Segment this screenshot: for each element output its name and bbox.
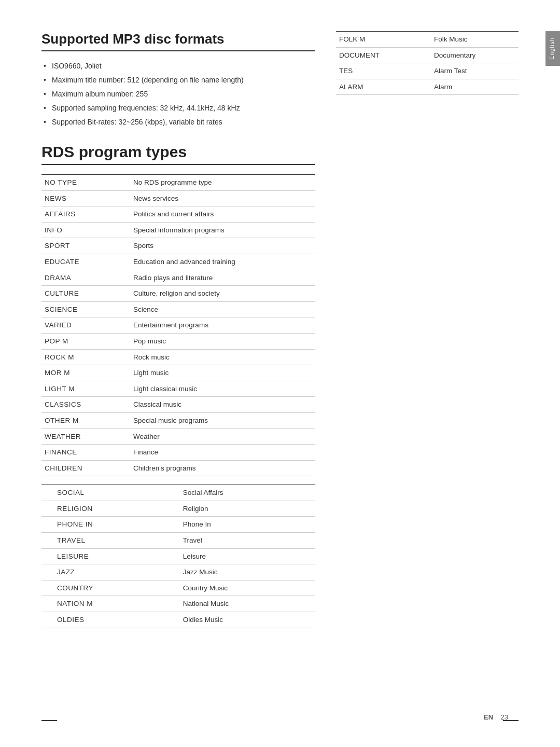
prog-desc: Politics and current affairs <box>130 206 315 223</box>
prog-desc: News services <box>130 190 315 206</box>
left-column: Supported MP3 disc formats ISO9660, Joli… <box>41 31 315 628</box>
prog-desc: Finance <box>130 445 315 461</box>
table-row: INFOSpecial information programs <box>41 222 315 238</box>
prog-desc: Phone In <box>167 517 315 533</box>
two-col-layout: Supported MP3 disc formats ISO9660, Joli… <box>41 31 519 628</box>
table-row: TRAVELTravel <box>41 533 315 549</box>
prog-desc: Entertainment programs <box>130 317 315 334</box>
prog-desc: Oldies Music <box>167 612 315 628</box>
prog-desc: Education and advanced training <box>130 254 315 270</box>
prog-code: LEISURE <box>41 548 167 564</box>
prog-code: CHILDREN <box>41 460 130 476</box>
table-row: SOCIALSocial Affairs <box>41 485 315 501</box>
prog-desc: Science <box>130 301 315 317</box>
table-row: MOR MLight music <box>41 365 315 381</box>
table-row: DOCUMENTDocumentary <box>336 47 519 63</box>
prog-desc: Light classical music <box>130 381 315 397</box>
footer-lang: EN <box>484 713 493 721</box>
mp3-bullet-list: ISO9660, Joliet Maximum title number: 51… <box>41 61 315 128</box>
table-row: CHILDRENChildren's programs <box>41 460 315 476</box>
table-row: ALARMAlarm <box>336 79 519 95</box>
prog-code: EDUCATE <box>41 254 130 270</box>
prog-code: COUNTRY <box>41 580 167 596</box>
prog-code: TRAVEL <box>41 533 167 549</box>
prog-code: INFO <box>41 222 130 238</box>
prog-desc: Radio plays and literature <box>130 270 315 286</box>
table-row: RELIGIONReligion <box>41 501 315 517</box>
table-row: POP MPop music <box>41 333 315 349</box>
prog-desc: Alarm Test <box>431 63 519 79</box>
bottom-line-right <box>503 720 519 721</box>
prog-code: MOR M <box>41 365 130 381</box>
table-row: CLASSICSClassical music <box>41 397 315 413</box>
prog-code: NEWS <box>41 190 130 206</box>
prog-desc: Sports <box>130 238 315 254</box>
mp3-section: Supported MP3 disc formats ISO9660, Joli… <box>41 31 315 128</box>
prog-desc: Children's programs <box>130 460 315 476</box>
prog-code: DRAMA <box>41 270 130 286</box>
prog-desc: No RDS programme type <box>130 175 315 191</box>
prog-code: ALARM <box>336 79 431 95</box>
right-table: FOLK MFolk MusicDOCUMENTDocumentaryTESAl… <box>336 31 519 95</box>
right-column: FOLK MFolk MusicDOCUMENTDocumentaryTESAl… <box>336 31 519 628</box>
prog-desc: Country Music <box>167 580 315 596</box>
prog-desc: Folk Music <box>431 32 519 48</box>
prog-code: OTHER M <box>41 412 130 428</box>
prog-desc: Culture, religion and society <box>130 286 315 302</box>
prog-desc: Documentary <box>431 47 519 63</box>
prog-code: PHONE IN <box>41 517 167 533</box>
table-row: DRAMARadio plays and literature <box>41 270 315 286</box>
rds-title: RDS program types <box>41 143 315 165</box>
prog-desc: Travel <box>167 533 315 549</box>
table-row: WEATHERWeather <box>41 428 315 445</box>
prog-code: POP M <box>41 333 130 349</box>
table-row: SPORTSports <box>41 238 315 254</box>
prog-code: VARIED <box>41 317 130 334</box>
side-tab-label: English <box>549 37 555 60</box>
mp3-title: Supported MP3 disc formats <box>41 31 315 51</box>
prog-code: AFFAIRS <box>41 206 130 223</box>
prog-code: NATION M <box>41 596 167 612</box>
table-row: NATION MNational Music <box>41 596 315 612</box>
prog-desc: Classical music <box>130 397 315 413</box>
table-row: VARIEDEntertainment programs <box>41 317 315 334</box>
rds-section: RDS program types NO TYPENo RDS programm… <box>41 143 315 628</box>
prog-code: LIGHT M <box>41 381 130 397</box>
rds-table-group2: SOCIALSocial AffairsRELIGIONReligionPHON… <box>41 485 315 628</box>
list-item: ISO9660, Joliet <box>41 61 315 72</box>
table-row: PHONE INPhone In <box>41 517 315 533</box>
list-item: Maximum title number: 512 (depending on … <box>41 75 315 86</box>
table-row: NEWSNews services <box>41 190 315 206</box>
prog-desc: Rock music <box>130 349 315 365</box>
prog-desc: Alarm <box>431 79 519 95</box>
prog-desc: Jazz Music <box>167 564 315 580</box>
prog-code: OLDIES <box>41 612 167 628</box>
prog-desc: Special music programs <box>130 412 315 428</box>
table-row: EDUCATEEducation and advanced training <box>41 254 315 270</box>
prog-desc: Light music <box>130 365 315 381</box>
table-row: AFFAIRSPolitics and current affairs <box>41 206 315 223</box>
prog-code: WEATHER <box>41 428 130 445</box>
table-row: ROCK MRock music <box>41 349 315 365</box>
list-item: Supported sampling frequencies: 32 kHz, … <box>41 103 315 114</box>
prog-code: NO TYPE <box>41 175 130 191</box>
table-row: NO TYPENo RDS programme type <box>41 175 315 191</box>
prog-code: FOLK M <box>336 32 431 48</box>
prog-code: FINANCE <box>41 445 130 461</box>
table-row: SCIENCEScience <box>41 301 315 317</box>
table-row: TESAlarm Test <box>336 63 519 79</box>
prog-desc: Leisure <box>167 548 315 564</box>
table-row: COUNTRYCountry Music <box>41 580 315 596</box>
table-row: CULTURECulture, religion and society <box>41 286 315 302</box>
prog-code: TES <box>336 63 431 79</box>
prog-desc: Social Affairs <box>167 485 315 501</box>
prog-desc: National Music <box>167 596 315 612</box>
table-row: FOLK MFolk Music <box>336 32 519 48</box>
prog-code: ROCK M <box>41 349 130 365</box>
prog-code: CULTURE <box>41 286 130 302</box>
list-item: Maximum album number: 255 <box>41 89 315 100</box>
table-row: FINANCEFinance <box>41 445 315 461</box>
table-row: LIGHT MLight classical music <box>41 381 315 397</box>
table-row: OLDIESOldies Music <box>41 612 315 628</box>
prog-code: SOCIAL <box>41 485 167 501</box>
